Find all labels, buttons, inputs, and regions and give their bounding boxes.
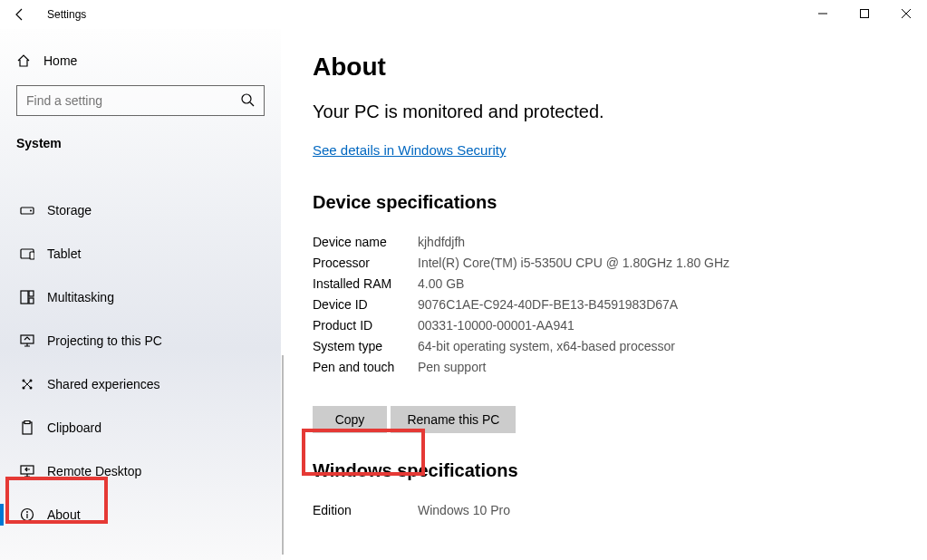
category-heading: System <box>16 136 265 150</box>
nav-item-projecting[interactable]: Projecting to this PC <box>0 319 265 362</box>
rename-pc-button[interactable]: Rename this PC <box>391 406 516 433</box>
window-controls <box>802 0 927 27</box>
close-button[interactable] <box>885 0 927 27</box>
nav-label: Shared experiences <box>47 377 160 391</box>
sidebar: Home System Storage Tablet <box>0 29 281 560</box>
multitasking-icon <box>20 290 47 304</box>
windows-spec-heading: Windows specifications <box>313 460 909 481</box>
device-spec-table: Device namekjhdfdjfh ProcessorIntel(R) C… <box>313 235 909 374</box>
minimize-button[interactable] <box>802 0 844 27</box>
nav-label: About <box>47 507 81 522</box>
titlebar: Settings <box>0 0 927 29</box>
spec-row: System type64-bit operating system, x64-… <box>313 339 909 353</box>
home-nav[interactable]: Home <box>16 40 265 82</box>
home-label: Home <box>43 53 77 68</box>
nav-label: Clipboard <box>47 420 101 435</box>
nav-label: Multitasking <box>47 290 114 304</box>
windows-spec-table: EditionWindows 10 Pro <box>313 503 909 517</box>
content: About Your PC is monitored and protected… <box>281 29 927 560</box>
nav-item-multitasking[interactable]: Multitasking <box>0 275 265 319</box>
nav-item-about[interactable]: About <box>0 493 265 536</box>
spec-row: EditionWindows 10 Pro <box>313 503 909 517</box>
svg-point-20 <box>26 511 28 513</box>
search-box[interactable] <box>16 85 265 116</box>
svg-rect-1 <box>861 10 869 18</box>
protection-status: Your PC is monitored and protected. <box>313 101 909 122</box>
search-icon <box>240 92 255 107</box>
spec-row: Device namekjhdfdjfh <box>313 235 909 249</box>
nav-item-remote-desktop[interactable]: Remote Desktop <box>0 449 265 493</box>
nav-label: Storage <box>47 203 92 217</box>
svg-rect-8 <box>21 291 28 304</box>
spec-row: Product ID00331-10000-00001-AA941 <box>313 318 909 333</box>
back-icon[interactable] <box>13 7 34 22</box>
spec-row: Pen and touchPen support <box>313 360 909 374</box>
home-icon <box>16 53 43 68</box>
svg-rect-10 <box>29 298 34 304</box>
svg-rect-17 <box>24 421 30 424</box>
spec-row: ProcessorIntel(R) Core(TM) i5-5350U CPU … <box>313 256 909 270</box>
device-spec-heading: Device specifications <box>313 192 909 213</box>
maximize-button[interactable] <box>844 0 885 27</box>
scroll-indicator[interactable] <box>282 355 284 555</box>
projecting-icon <box>20 333 47 348</box>
tablet-icon <box>20 246 47 261</box>
storage-icon <box>20 203 47 217</box>
shared-experiences-icon <box>20 377 47 391</box>
nav-item-tablet[interactable]: Tablet <box>0 232 265 275</box>
security-link[interactable]: See details in Windows Security <box>313 142 506 158</box>
svg-point-2 <box>242 94 251 103</box>
nav-item-shared-experiences[interactable]: Shared experiences <box>0 362 265 406</box>
svg-rect-7 <box>30 252 34 259</box>
spec-row: Device ID9076C1AE-C924-40DF-BE13-B459198… <box>313 297 909 312</box>
svg-point-5 <box>30 210 32 212</box>
nav-label: Projecting to this PC <box>47 333 162 348</box>
spec-row: Installed RAM4.00 GB <box>313 276 909 291</box>
nav-list: Storage Tablet Multitasking Projecting t… <box>16 188 265 536</box>
clipboard-icon <box>20 420 47 435</box>
remote-desktop-icon <box>20 464 47 478</box>
nav-item-storage[interactable]: Storage <box>0 188 265 232</box>
app-title: Settings <box>47 8 86 21</box>
copy-button[interactable]: Copy <box>313 406 387 433</box>
search-input[interactable] <box>17 86 264 115</box>
nav-label: Remote Desktop <box>47 464 141 478</box>
svg-rect-9 <box>29 291 34 296</box>
page-title: About <box>313 53 909 82</box>
about-icon <box>20 507 47 522</box>
nav-label: Tablet <box>47 246 81 261</box>
nav-item-clipboard[interactable]: Clipboard <box>0 406 265 449</box>
svg-line-3 <box>250 102 254 106</box>
